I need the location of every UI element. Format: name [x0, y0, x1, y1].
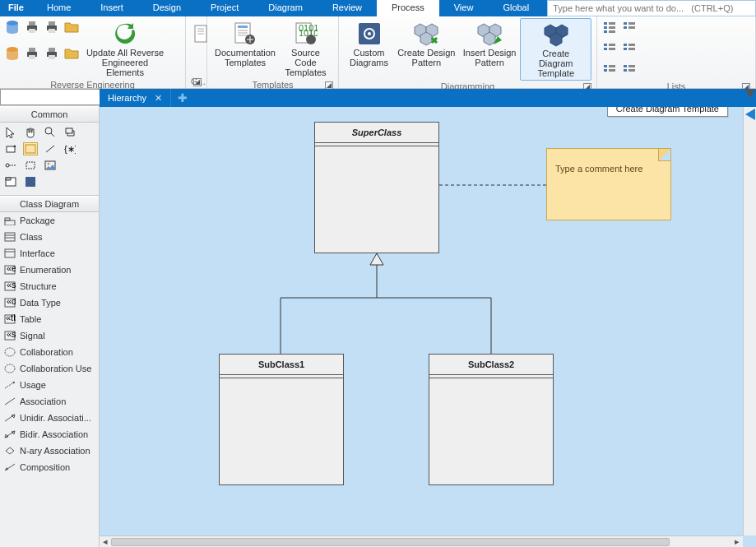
anchor-tool[interactable]	[3, 159, 18, 172]
svg-rect-12	[49, 48, 55, 52]
class-subclass2[interactable]: SubClass2	[429, 354, 554, 485]
palette-item-collaboration-use[interactable]: Collaboration Use	[0, 360, 99, 377]
scroll-left-icon[interactable]: ◂	[100, 536, 111, 547]
palette-item-package[interactable]: Package	[0, 212, 99, 229]
close-tab-icon[interactable]: ✕	[155, 93, 162, 104]
tab-home[interactable]: Home	[32, 0, 86, 16]
toolbox: Common {∗} Cl	[0, 89, 100, 547]
palette-item-enumeration[interactable]: «e»Enumeration	[0, 262, 99, 278]
text-tool[interactable]	[3, 142, 18, 155]
svg-marker-36	[484, 32, 495, 45]
printer-icon-3[interactable]	[44, 20, 59, 35]
diagram-note[interactable]: Type a comment here	[546, 148, 671, 220]
palette-item-signal[interactable]: «s»Signal	[0, 327, 99, 344]
scroll-thumb[interactable]	[111, 538, 670, 546]
svg-text:{∗}: {∗}	[64, 144, 76, 154]
collapse-panel-icon[interactable]	[745, 109, 755, 120]
svg-rect-6	[29, 48, 35, 52]
tab-review[interactable]: Review	[318, 0, 377, 16]
note-fold-icon	[658, 149, 670, 161]
palette-item-association[interactable]: Association	[0, 393, 99, 410]
list-icon-1[interactable]	[602, 20, 617, 35]
palette-item-icon	[4, 429, 16, 439]
constraint-tool[interactable]: {∗}	[63, 142, 77, 155]
svg-rect-57	[628, 26, 635, 29]
pan-tool[interactable]	[63, 126, 77, 139]
frame-tool[interactable]	[3, 175, 18, 188]
color-tool[interactable]	[23, 175, 38, 188]
tell-me-input[interactable]	[547, 0, 756, 16]
group-diagramming: Custom Diagrams Create Design Pattern In…	[339, 16, 597, 88]
palette-item-n-ary-association[interactable]: N-ary Association	[0, 443, 99, 459]
printer-icon-4[interactable]	[44, 46, 59, 61]
svg-rect-61	[628, 48, 635, 50]
palette-item-bidir-association[interactable]: Bidir. Association	[0, 426, 99, 443]
db-blue-icon[interactable]	[5, 20, 20, 35]
hscrollbar[interactable]: ◂ ▸	[100, 535, 743, 547]
list-icon-5[interactable]	[622, 41, 637, 56]
palette-item-interface[interactable]: Interface	[0, 245, 99, 262]
printer-icon[interactable]	[25, 20, 39, 35]
tab-diagram[interactable]: Diagram	[253, 0, 318, 16]
tab-process[interactable]: Process	[377, 0, 439, 16]
hand-tool[interactable]	[23, 126, 38, 139]
palette-item-data-type[interactable]: «d»Data Type	[0, 294, 99, 311]
palette-common-header[interactable]: Common	[0, 106, 99, 123]
list-icon-6[interactable]	[622, 63, 637, 77]
svg-point-79	[48, 163, 50, 165]
svg-rect-62	[624, 65, 627, 67]
palette-item-unidir-associati-[interactable]: Unidir. Associati...	[0, 410, 99, 426]
tab-insert[interactable]: Insert	[86, 0, 138, 16]
note-tool[interactable]	[23, 142, 38, 155]
tab-file[interactable]: File	[0, 0, 32, 16]
doc-tab-hierarchy[interactable]: Hierarchy ✕	[100, 89, 171, 107]
palette-item-class[interactable]: Class	[0, 229, 99, 245]
create-pattern-label: Create Design Pattern	[397, 48, 456, 67]
printer-icon-2[interactable]	[25, 46, 39, 61]
tab-project[interactable]: Project	[196, 0, 253, 16]
diagram-canvas[interactable]: Create Diagram Template SuperClass SubCl…	[100, 107, 756, 547]
list-icon-3[interactable]	[602, 63, 617, 77]
zoom-tool[interactable]	[43, 126, 58, 139]
workspace-menu-caret[interactable]	[745, 90, 755, 98]
create-pattern-btn[interactable]: Create Design Pattern	[394, 18, 459, 81]
svg-marker-33	[420, 32, 432, 45]
custom-diagrams-btn[interactable]: Custom Diagrams	[344, 18, 394, 81]
tab-view[interactable]: View	[439, 0, 489, 16]
svg-rect-63	[628, 65, 635, 67]
folder-open-icon[interactable]	[64, 20, 79, 35]
doc-templates-btn[interactable]: Documentation Templates	[212, 18, 278, 79]
class-superclass[interactable]: SuperClass	[314, 122, 439, 253]
scroll-right-icon[interactable]: ▸	[731, 536, 743, 547]
boundary-tool[interactable]	[23, 159, 38, 172]
glossary-dialog-launcher[interactable]: ◢	[193, 78, 202, 86]
src-templates-btn[interactable]: 01011010 Source Code Templates	[278, 18, 333, 79]
create-diagram-template-btn[interactable]: Create Diagram Template	[520, 18, 591, 81]
insert-pattern-btn[interactable]: Insert Design Pattern	[459, 18, 521, 81]
update-reverse-btn[interactable]: Update All Reverse Engineered Elements	[79, 18, 171, 79]
tab-design[interactable]: Design	[138, 0, 196, 16]
svg-line-103	[5, 415, 15, 421]
svg-line-102	[5, 398, 15, 405]
svg-rect-44	[604, 30, 607, 33]
palette-item-label: Data Type	[20, 298, 61, 308]
palette-item-usage[interactable]: Usage	[0, 377, 99, 393]
list-icon-4[interactable]	[622, 20, 637, 35]
line-tool[interactable]	[43, 142, 58, 155]
class-subclass1[interactable]: SubClass1	[219, 354, 344, 485]
palette-item-collaboration[interactable]: Collaboration	[0, 344, 99, 360]
palette-item-table[interactable]: «tb»Table	[0, 311, 99, 327]
image-tool[interactable]	[43, 159, 58, 172]
db-orange-icon[interactable]	[5, 46, 20, 61]
list-icon-2[interactable]	[602, 41, 617, 56]
palette-class-header[interactable]: Class Diagram	[0, 196, 99, 212]
palette-item-composition[interactable]: Composition	[0, 459, 99, 475]
pointer-tool[interactable]	[3, 126, 18, 139]
add-tab-icon[interactable]: ✚	[171, 91, 194, 104]
doc-tab-label: Hierarchy	[108, 93, 146, 103]
tab-global[interactable]: Global	[488, 0, 544, 16]
palette-item-structure[interactable]: «s»Structure	[0, 278, 99, 294]
palette-item-label: Class	[20, 232, 43, 242]
svg-rect-54	[624, 22, 627, 25]
folder-open-icon-2[interactable]	[64, 46, 79, 61]
